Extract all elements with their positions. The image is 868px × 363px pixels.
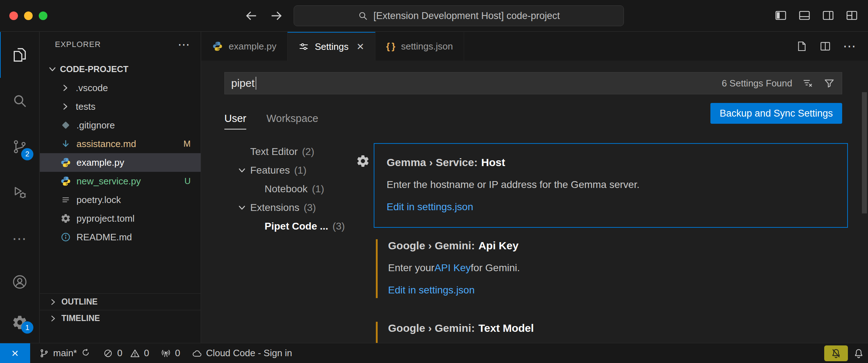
activity-more-views[interactable]: ⋯ — [0, 216, 39, 261]
navigate-back-icon[interactable] — [244, 9, 258, 23]
edit-in-settings-json-link[interactable]: Edit in settings.json — [387, 200, 847, 214]
chevron-down-icon — [234, 166, 250, 175]
timeline-section[interactable]: TIMELINE — [40, 310, 201, 326]
source-control-badge: 2 — [21, 148, 33, 160]
close-window-button[interactable] — [9, 11, 18, 20]
cloud-code-status-item[interactable]: Cloud Code - Sign in — [186, 343, 298, 363]
python-file-icon — [212, 41, 223, 52]
python-file-icon — [60, 157, 71, 168]
toggle-panel-icon[interactable] — [798, 9, 811, 22]
tree-item-assistance-md[interactable]: assistance.md M — [40, 135, 201, 153]
info-file-icon — [60, 231, 71, 243]
setting-google-gemini-api-key[interactable]: Google › Gemini: Api Key Enter your API … — [374, 239, 848, 300]
filter-icon[interactable] — [823, 77, 835, 89]
ports-status-item[interactable]: 0 — [155, 343, 186, 363]
api-key-link[interactable]: API Key — [434, 262, 471, 274]
scope-tab-user[interactable]: User — [224, 113, 246, 129]
minimize-window-button[interactable] — [24, 11, 33, 20]
explorer-sidebar: EXPLORER ⋯ CODE-PROJECT .vscode tests .g… — [40, 32, 201, 343]
problems-status-item[interactable]: 0 0 — [97, 343, 155, 363]
tree-item-tests[interactable]: tests — [40, 97, 201, 116]
notifications-bell-item[interactable] — [853, 348, 864, 359]
navigate-forward-icon[interactable] — [269, 9, 284, 23]
vertical-scrollbar[interactable] — [862, 92, 867, 213]
edit-in-settings-json-link[interactable]: Edit in settings.json — [388, 283, 848, 297]
json-braces-icon: { } — [386, 41, 395, 52]
command-center[interactable]: [Extension Development Host] code-projec… — [294, 5, 624, 26]
command-center-label: [Extension Development Host] code-projec… — [373, 10, 560, 22]
title-bar: [Extension Development Host] code-projec… — [0, 0, 868, 32]
status-bar: main* 0 0 0 Cloud Code - Sign in — [0, 343, 868, 363]
tree-item-poetry-lock[interactable]: poetry.lock — [40, 190, 201, 209]
toggle-primary-sidebar-icon[interactable] — [774, 9, 788, 22]
vscode-window: [Extension Development Host] code-projec… — [0, 0, 868, 363]
setting-gemma-service-host[interactable]: Gemma › Service: Host Enter the hostname… — [374, 143, 848, 228]
tab-settings-json[interactable]: { } settings.json — [375, 32, 464, 61]
chevron-right-icon — [48, 298, 59, 306]
warnings-icon — [130, 348, 140, 359]
activity-source-control[interactable]: 2 — [0, 124, 39, 170]
settings-scope-tabs: User Workspace — [224, 104, 318, 129]
toc-extensions[interactable]: Extensions (3) — [234, 198, 370, 217]
toggle-secondary-sidebar-icon[interactable] — [821, 9, 835, 22]
search-icon — [358, 10, 368, 21]
tree-item-new-service-py[interactable]: new_service.py U — [40, 172, 201, 190]
toc-features[interactable]: Features (1) — [234, 161, 370, 180]
git-status-badge: M — [183, 139, 191, 149]
activity-search[interactable] — [0, 78, 39, 124]
setting-google-gemini-text-model[interactable]: Google › Gemini: Text Model — [374, 321, 848, 343]
customize-layout-icon[interactable] — [845, 9, 859, 22]
settings-editor: pipet 6 Settings Found User Workspace Ba… — [201, 61, 868, 343]
modified-indicator — [376, 322, 378, 343]
text-caret — [256, 77, 256, 90]
backup-sync-settings-button[interactable]: Backup and Sync Settings — [710, 103, 842, 124]
setting-description: Enter your API Key for Gemini. — [388, 261, 848, 275]
tree-item-example-py[interactable]: example.py — [40, 153, 201, 172]
tree-root-code-project[interactable]: CODE-PROJECT — [40, 60, 201, 79]
tab-label: settings.json — [401, 41, 453, 52]
open-settings-json-icon[interactable] — [795, 40, 808, 52]
errors-icon — [103, 348, 113, 359]
close-tab-icon[interactable]: ✕ — [356, 41, 364, 52]
files-icon — [11, 47, 28, 63]
git-file-icon — [60, 119, 71, 131]
file-tree: CODE-PROJECT .vscode tests .gitignore as… — [40, 60, 201, 246]
zoom-window-button[interactable] — [39, 11, 47, 20]
cloud-icon — [192, 348, 202, 359]
chevron-down-icon — [234, 203, 250, 212]
explorer-more-actions-icon[interactable]: ⋯ — [178, 41, 190, 48]
toc-notebook[interactable]: Notebook (1) — [234, 180, 370, 198]
split-editor-icon[interactable] — [819, 40, 831, 52]
search-icon — [11, 93, 28, 109]
scope-tab-workspace[interactable]: Workspace — [266, 113, 318, 129]
outline-section[interactable]: OUTLINE — [40, 293, 201, 310]
activity-run-debug[interactable] — [0, 170, 39, 216]
chevron-down-icon — [47, 65, 58, 74]
activity-explorer[interactable] — [0, 32, 39, 78]
tree-item-pyproject-toml[interactable]: pyproject.toml — [40, 209, 201, 228]
markdown-file-icon — [60, 138, 71, 150]
activity-settings[interactable]: 1 — [0, 302, 39, 343]
setting-context-gear-icon[interactable] — [356, 154, 370, 168]
tree-item-readme-md[interactable]: README.md — [40, 228, 201, 246]
notifications-muted-status-item[interactable] — [824, 345, 848, 361]
tab-settings[interactable]: Settings ✕ — [288, 32, 375, 61]
toc-pipet-code[interactable]: Pipet Code ... (3) — [234, 217, 370, 236]
tab-example-py[interactable]: example.py — [201, 32, 288, 61]
tree-item-gitignore[interactable]: .gitignore — [40, 116, 201, 135]
branch-label: main* — [53, 348, 77, 359]
ellipsis-icon: ⋯ — [12, 230, 27, 247]
sync-icon — [80, 348, 91, 359]
remote-indicator[interactable] — [0, 343, 30, 363]
tree-item-vscode[interactable]: .vscode — [40, 79, 201, 97]
run-debug-icon — [11, 184, 28, 201]
activity-accounts[interactable] — [0, 261, 39, 302]
clear-search-filters-icon[interactable] — [802, 77, 814, 89]
branch-status-item[interactable]: main* — [33, 343, 97, 363]
more-actions-icon[interactable]: ⋯ — [843, 44, 856, 48]
ports-count: 0 — [175, 348, 180, 359]
chevron-right-icon — [60, 83, 71, 93]
activity-bar: 2 ⋯ 1 — [0, 32, 39, 343]
settings-search-input[interactable]: pipet 6 Settings Found — [224, 72, 842, 94]
toc-text-editor[interactable]: Text Editor (2) — [234, 142, 370, 161]
